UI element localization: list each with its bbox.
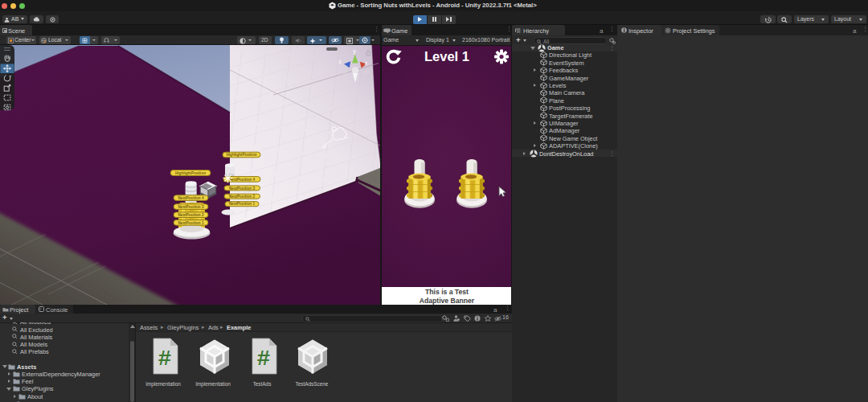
svg-text:NextPosition 3: NextPosition 3 <box>178 205 204 209</box>
svg-text:NextPosition 2: NextPosition 2 <box>229 195 255 199</box>
svg-text:x: x <box>365 60 368 66</box>
svg-text:NextPosition 3: NextPosition 3 <box>229 187 255 191</box>
svg-text:NextPosition 2: NextPosition 2 <box>178 213 204 217</box>
svg-text:#: # <box>158 347 172 371</box>
svg-text:NextPosition 1: NextPosition 1 <box>178 221 204 225</box>
svg-text:NextPosition 1: NextPosition 1 <box>229 202 255 206</box>
svg-text:z: z <box>339 59 342 64</box>
svg-text:#: # <box>257 347 271 371</box>
svg-text:HighlightPosition: HighlightPosition <box>226 153 256 157</box>
svg-text:NextPosition 4: NextPosition 4 <box>178 196 204 200</box>
svg-text:Level 1: Level 1 <box>424 49 469 64</box>
svg-text:HighlightPosition: HighlightPosition <box>175 171 206 175</box>
svg-text:y: y <box>353 48 356 55</box>
svg-text:NextPosition 4: NextPosition 4 <box>229 178 255 182</box>
